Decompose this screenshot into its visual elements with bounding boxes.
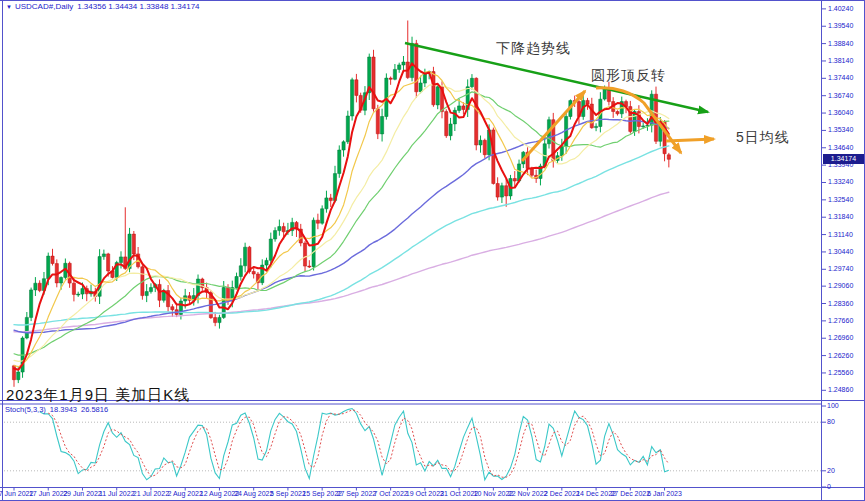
date-axis-label: 2 Dec 2022 (544, 490, 580, 497)
date-axis-label: 19 Oct 2022 (406, 490, 444, 497)
date-axis-label: 29 Jun 2022 (63, 490, 102, 497)
date-axis-label: 6 Jan 2023 (647, 490, 682, 497)
price-axis-label: 1.26960 (828, 334, 853, 341)
price-axis-label: 1.38840 (828, 40, 853, 47)
chart-date-note: 2023年1月9日 美加日K线 (6, 386, 190, 405)
annotation-ma5-label: 5日均线 (736, 129, 790, 147)
price-axis-label: 1.33240 (828, 178, 853, 185)
price-axis-label: 1.25560 (828, 369, 853, 376)
price-axis-label: 1.40240 (828, 5, 853, 12)
price-axis-label: 1.32540 (828, 196, 853, 203)
annotation-downtrend-label: 下降趋势线 (496, 40, 571, 58)
price-axis-label: 1.31840 (828, 213, 853, 220)
date-axis-label: 7 Oct 2022 (374, 490, 408, 497)
price-axis-label: 1.30440 (828, 248, 853, 255)
date-axis-label: 17 Jun 2022 (29, 490, 68, 497)
date-axis-label: 11 Jul 2022 (99, 490, 135, 497)
price-axis-label: 1.39540 (828, 22, 853, 29)
price-axis-label: 1.29060 (828, 282, 853, 289)
price-axis-label: 1.35340 (828, 126, 853, 133)
price-axis-label: 1.27660 (828, 317, 853, 324)
date-axis-label: 27 Dec 2022 (610, 490, 650, 497)
price-axis-label: 1.24860 (828, 386, 853, 393)
symbol-timeframe-label: USDCAD#,Daily (15, 2, 73, 11)
date-axis-label: 24 Aug 2022 (234, 490, 273, 497)
stoch-scale-label: 20 (827, 467, 835, 474)
stoch-scale-label: 80 (827, 418, 835, 425)
collapse-triangle-icon[interactable]: ▼ (6, 4, 12, 10)
mt4-chart-window: ▼USDCAD#,Daily1.34356 1.34434 1.33848 1.… (0, 0, 865, 501)
annotation-roundtop-label: 圆形顶反转 (591, 67, 666, 85)
stoch-d-value: 26.5816 (81, 405, 108, 414)
chart-header-quote: ▼USDCAD#,Daily1.34356 1.34434 1.33848 1.… (6, 2, 204, 11)
stoch-scale-label: 0 (827, 483, 831, 490)
price-axis-label: 1.28360 (828, 300, 853, 307)
price-axis-label: 1.36040 (828, 109, 853, 116)
main-chart-canvas[interactable] (0, 0, 865, 501)
date-axis-label: 2 Aug 2022 (167, 490, 202, 497)
price-axis-label: 1.34640 (828, 144, 853, 151)
price-axis-label: 1.38140 (828, 57, 853, 64)
price-axis-label: 1.29740 (828, 265, 853, 272)
stoch-name: Stoch(5,3,3) (5, 405, 46, 414)
current-price-badge: 1.34174 (823, 154, 864, 164)
stoch-k-value: 18.3943 (50, 405, 77, 414)
price-axis-label: 1.37440 (828, 74, 853, 81)
date-axis-label: 27 Sep 2022 (337, 490, 377, 497)
date-axis-label: 21 Jul 2022 (133, 490, 169, 497)
price-axis-label: 1.26260 (828, 352, 853, 359)
stoch-scale-label: 100 (827, 402, 839, 409)
quote-ohlc-values: 1.34356 1.34434 1.33848 1.34174 (77, 2, 199, 11)
price-axis-label: 1.31140 (828, 231, 853, 238)
date-axis-label: 31 Oct 2022 (440, 490, 478, 497)
price-axis-label: 1.36740 (828, 92, 853, 99)
stoch-indicator-label: Stoch(5,3,3)18.394326.5816 (5, 405, 112, 414)
date-axis-label: 22 Nov 2022 (508, 490, 548, 497)
date-axis-label: 5 Sep 2022 (270, 490, 306, 497)
